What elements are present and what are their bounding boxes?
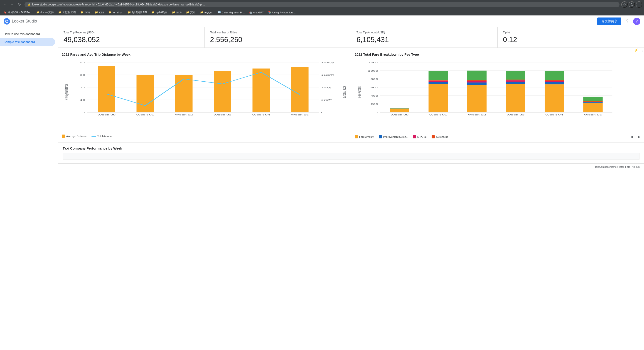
bookmark-item-2[interactable]: 📁大数据文档: [56, 10, 78, 15]
legend-color-surcharge: [432, 135, 435, 138]
svg-text:Week 05: Week 05: [584, 114, 602, 116]
bookmark-item-11[interactable]: 📧Cider Migration Pr...: [216, 11, 247, 14]
address-bar[interactable]: 🔒 lookerstudio.google.com/reporting/crea…: [24, 2, 620, 7]
svg-text:Total Amount: Total Amount: [342, 86, 347, 98]
svg-rect-80: [583, 101, 602, 102]
svg-rect-57: [429, 71, 448, 80]
svg-rect-63: [467, 71, 486, 80]
svg-rect-18: [98, 66, 115, 112]
svg-rect-20: [136, 75, 154, 112]
svg-rect-55: [429, 81, 448, 82]
bookmark-label-7: by-bit项目: [156, 11, 167, 14]
svg-rect-65: [506, 84, 525, 112]
bookmark-item-10[interactable]: 📁aliyiyun: [198, 11, 215, 14]
svg-text:1000: 1000: [368, 70, 378, 72]
table-label: TaxiCompanyName / Total_Fare_Amount: [58, 163, 644, 170]
bookmark-item-13[interactable]: 📚Using Python libra...: [266, 11, 298, 14]
svg-text:20: 20: [80, 86, 85, 89]
bookmark-item-12[interactable]: 🤖chatGPT: [247, 11, 265, 14]
table-header-row: [63, 153, 640, 160]
metric-value-0: 49,038,052: [64, 36, 199, 44]
svg-text:Week 01: Week 01: [136, 114, 154, 116]
svg-rect-47: [390, 109, 409, 112]
reload-button[interactable]: ↻: [16, 1, 23, 8]
avatar[interactable]: Y: [633, 18, 640, 25]
sidebar-item-label: How to use this dashboard: [4, 32, 40, 36]
bookmark-item-0[interactable]: 🔖账号登录 - DNSPo...: [2, 10, 34, 15]
help-button[interactable]: ?: [623, 17, 631, 26]
edit-share-button[interactable]: 修改并共享: [597, 18, 621, 25]
more-vert-icon[interactable]: ⋮: [640, 48, 644, 52]
bookmark-icon-7: 📁: [151, 11, 154, 14]
app-header: Looker Studio 修改并共享 ? Y: [0, 16, 644, 27]
svg-text:Week 03: Week 03: [214, 114, 232, 116]
url-text: lookerstudio.google.com/reporting/create…: [32, 3, 205, 6]
bookmark-icon-4: 📁: [95, 11, 98, 14]
svg-rect-66: [506, 82, 525, 84]
chart-right-area: 020040060080010001200Week 00Week 01Week …: [355, 60, 640, 133]
svg-text:Week 00: Week 00: [390, 114, 409, 116]
svg-text:200: 200: [370, 103, 378, 105]
chart-right-container: ⚡ ⋮ 2022 Total Fare Breakdown by Fee Typ…: [351, 48, 644, 142]
svg-rect-60: [467, 83, 486, 85]
sidebar-item-sample-taxi[interactable]: Sample taxi dashboard: [0, 38, 55, 46]
back-button[interactable]: ←: [2, 1, 8, 8]
lightning-icon[interactable]: ⚡: [634, 48, 638, 52]
forward-button[interactable]: →: [9, 1, 16, 8]
bookmark-item-6[interactable]: 📁翻译露骨API: [126, 10, 149, 15]
bookmark-item-7[interactable]: 📁by-bit项目: [150, 10, 169, 15]
legend-color-avg-distance: [62, 134, 65, 138]
metric-card-2: Total Tip Amount (USD) 6,105,431: [351, 27, 498, 48]
svg-text:600: 600: [370, 86, 378, 89]
bookmark-item-5[interactable]: 📁terrafrom: [107, 11, 125, 14]
bookmark-star-button[interactable]: ☆: [621, 1, 628, 8]
browser-toolbar: ← → ↻ 🔒 lookerstudio.google.com/reportin…: [0, 0, 644, 9]
bookmark-label-10: aliyiyun: [204, 11, 213, 14]
svg-text:1500万: 1500万: [321, 62, 334, 64]
svg-rect-49: [390, 109, 409, 109]
svg-rect-62: [467, 80, 486, 81]
svg-text:0: 0: [376, 111, 378, 114]
bookmark-item-1[interactable]: 📁docker文件: [34, 10, 56, 15]
sidebar-item-how-to[interactable]: How to use this dashboard: [0, 30, 55, 38]
legend-label-fare: Fare Amount: [359, 135, 374, 138]
bookmark-label-4: K8S: [99, 11, 104, 14]
sidebar: How to use this dashboard Sample taxi da…: [0, 27, 58, 170]
metric-value-3: 0.12: [503, 36, 639, 44]
svg-text:Week 04: Week 04: [252, 114, 270, 116]
svg-rect-74: [544, 80, 564, 81]
chart-right-title: 2022 Total Fare Breakdown by Fee Type: [355, 53, 640, 56]
bookmark-item-8[interactable]: 📁GCP: [170, 11, 184, 14]
bookmark-label-11: Cider Migration Pr...: [222, 11, 245, 14]
svg-text:0: 0: [82, 111, 85, 114]
svg-rect-28: [291, 67, 308, 112]
bookmark-item-3[interactable]: 📁AWS: [79, 11, 92, 14]
bookmark-label-12: chatGPT: [253, 11, 264, 14]
svg-text:400: 400: [370, 95, 378, 97]
svg-rect-51: [390, 108, 409, 108]
bookmark-label-3: AWS: [85, 11, 90, 14]
metric-label-0: Total Trip Revenue (USD): [64, 31, 199, 34]
metrics-row: Total Trip Revenue (USD) 49,038,052 Tota…: [58, 27, 644, 48]
scroll-right-icon[interactable]: ▶: [638, 134, 640, 139]
screen-cast-button[interactable]: ⬡: [628, 1, 635, 8]
chart-right-actions: ⚡ ⋮: [634, 48, 644, 52]
bookmark-icon-0: 🔖: [4, 11, 7, 14]
bookmark-item-4[interactable]: 📁K8S: [93, 11, 106, 14]
bookmark-icon-9: 📁: [186, 11, 189, 14]
browser-actions: ☆ ⬡ ⋮: [621, 1, 642, 8]
browser-menu-button[interactable]: ⋮: [636, 1, 642, 8]
legend-color-improvement: [379, 135, 382, 138]
metric-value-1: 2,556,260: [210, 36, 346, 44]
bookmark-item-9[interactable]: 📁其它: [184, 10, 198, 15]
bookmark-label-2: 大数据文档: [62, 11, 76, 14]
scroll-left-icon[interactable]: ◀: [630, 134, 633, 139]
svg-text:Week 00: Week 00: [98, 114, 116, 116]
svg-text:0: 0: [321, 112, 323, 114]
legend-mta-tax: MTA Tax: [413, 135, 427, 138]
legend-label-mta: MTA Tax: [417, 135, 427, 138]
bottom-section: Taxi Company Performance by Week: [58, 143, 644, 163]
svg-text:Fare Amount: Fare Amount: [357, 86, 362, 98]
bookmark-label-0: 账号登录 - DNSPo...: [8, 11, 32, 14]
metric-card-3: Tip % 0.12: [498, 27, 644, 48]
